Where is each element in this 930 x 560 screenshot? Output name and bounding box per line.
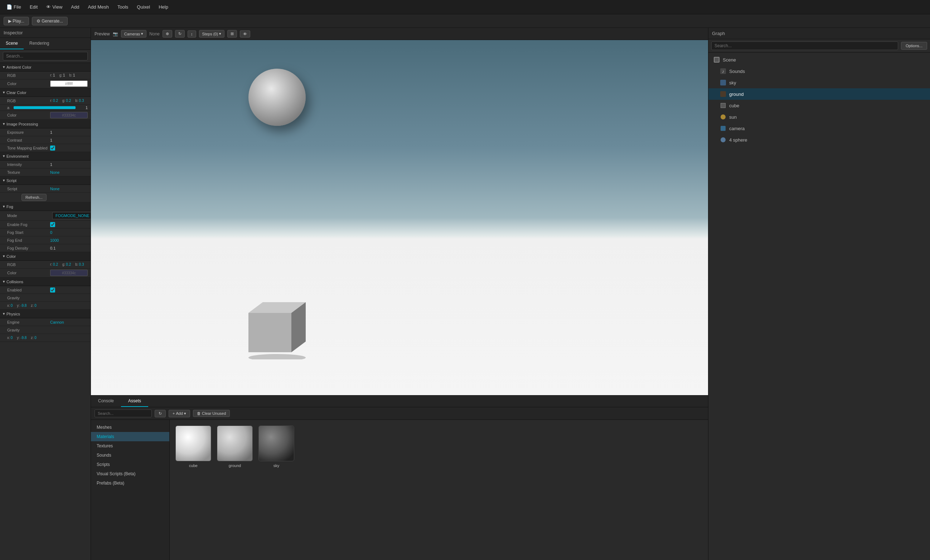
- play-button[interactable]: ▶ Play...: [3, 17, 29, 25]
- collisions-section[interactable]: ▾ Collisions: [0, 278, 91, 286]
- tab-scene[interactable]: Scene: [0, 38, 24, 49]
- tab-console[interactable]: Console: [91, 396, 121, 407]
- fog-section[interactable]: ▾ Fog: [0, 203, 91, 211]
- graph-item-sun[interactable]: sun: [708, 111, 930, 123]
- tab-assets[interactable]: Assets: [121, 396, 148, 407]
- menu-view[interactable]: 👁 View: [43, 3, 66, 11]
- fog-end-row: Fog End 1000: [0, 236, 91, 244]
- menu-quixel[interactable]: Quixel: [133, 3, 154, 11]
- assets-item-materials[interactable]: Materials: [91, 432, 169, 441]
- scene-icon: [713, 57, 720, 63]
- graph-item-camera[interactable]: camera: [708, 123, 930, 134]
- menu-add-mesh[interactable]: Add Mesh: [84, 3, 112, 11]
- ambient-color-swatch[interactable]: #ffffff: [50, 80, 88, 87]
- collisions-gravity-row: Gravity: [0, 294, 91, 302]
- chevron-down-icon: ▾: [3, 311, 5, 316]
- clear-color-swatch[interactable]: #33334c: [50, 112, 88, 118]
- texture-row: Texture None: [0, 169, 91, 176]
- menu-help[interactable]: Help: [155, 3, 172, 11]
- exposure-row: Exposure 1: [0, 128, 91, 136]
- image-processing-section[interactable]: ▾ Image Processing: [0, 120, 91, 128]
- chevron-down-icon: ▾: [219, 31, 221, 36]
- intensity-row: Intensity 1: [0, 161, 91, 169]
- tab-rendering[interactable]: Rendering: [24, 38, 55, 49]
- menu-bar: 📄 File Edit 👁 View Add Add Mesh Tools Qu…: [0, 0, 930, 14]
- graph-options-button[interactable]: Options...: [901, 42, 927, 50]
- graph-panel: Graph Options... Scene ♪ Sounds sky: [708, 28, 930, 560]
- material-card-ground[interactable]: ground: [217, 425, 253, 468]
- generate-button[interactable]: ⚙ Generate...: [32, 17, 68, 25]
- grid-button[interactable]: ⊞: [227, 30, 237, 38]
- sphere-mesh: [248, 69, 306, 126]
- menu-file[interactable]: 📄 File: [3, 3, 25, 11]
- physics-gravity-xyz-row: x:0 y:-9.8 z:0: [0, 334, 91, 342]
- physics-gravity-row: Gravity: [0, 326, 91, 334]
- bottom-tabs: Console Assets: [91, 396, 708, 407]
- refresh-button[interactable]: Refresh...: [22, 194, 46, 201]
- chevron-down-icon: ▾: [3, 204, 5, 209]
- assets-item-visual-scripts[interactable]: Visual Scripts (Beta): [91, 469, 169, 479]
- refresh-assets-button[interactable]: ↻: [155, 410, 166, 417]
- assets-search-container: [94, 410, 152, 417]
- graph-item-sounds[interactable]: ♪ Sounds: [708, 66, 930, 77]
- assets-item-sounds[interactable]: Sounds: [91, 451, 169, 460]
- alpha-slider[interactable]: [14, 106, 75, 109]
- menu-tools[interactable]: Tools: [114, 3, 132, 11]
- graph-item-cube[interactable]: cube: [708, 100, 930, 111]
- inspector-panel: Inspector Scene Rendering ▾ Ambient Colo…: [0, 28, 91, 560]
- eye-icon: 👁: [46, 4, 51, 10]
- tone-mapping-row: Tone Mapping Enabled: [0, 144, 91, 152]
- preview-header: Preview 📷 Cameras ▾ None ⊕ ↻ ↕ Steps (0)…: [91, 28, 708, 40]
- contrast-row: Contrast 1: [0, 136, 91, 144]
- eye-button[interactable]: 👁: [240, 31, 250, 38]
- fog-enable-checkbox[interactable]: [50, 222, 55, 227]
- color-swatch[interactable]: #33334c: [50, 270, 88, 276]
- fog-mode-select[interactable]: FOGMODE_NONE: [52, 212, 91, 219]
- inspector-search-input[interactable]: [3, 52, 88, 60]
- color-rgb-row: RGB r:0.2 g:0.2 b:0.3: [0, 261, 91, 268]
- assets-item-prefabs[interactable]: Prefabs (Beta): [91, 479, 169, 488]
- fog-density-row: Fog Density 0.1: [0, 244, 91, 252]
- physics-section[interactable]: ▾ Physics: [0, 310, 91, 318]
- clear-icon: 🗑: [197, 411, 201, 416]
- graph-item-scene[interactable]: Scene: [708, 54, 930, 66]
- material-card-sky[interactable]: sky: [259, 425, 294, 468]
- environment-section[interactable]: ▾ Environment: [0, 152, 91, 161]
- material-card-cube[interactable]: cube: [176, 425, 211, 468]
- script-section[interactable]: ▾ Script: [0, 176, 91, 185]
- rotate-button[interactable]: ↻: [175, 30, 185, 38]
- add-asset-button[interactable]: + Add ▾: [169, 410, 190, 417]
- sounds-icon: ♪: [720, 68, 726, 74]
- chevron-down-icon: ▾: [141, 31, 143, 36]
- graph-search-input[interactable]: [711, 41, 898, 50]
- ambient-color-section[interactable]: ▾ Ambient Color: [0, 63, 91, 72]
- graph-item-sphere[interactable]: 4 sphere: [708, 134, 930, 146]
- color-section[interactable]: ▾ Color: [0, 252, 91, 261]
- graph-search-container: Options...: [708, 39, 930, 52]
- fog-start-row: Fog Start 0: [0, 229, 91, 236]
- scale-button[interactable]: ↕: [188, 31, 196, 38]
- tone-mapping-checkbox[interactable]: [50, 146, 55, 150]
- clear-unused-button[interactable]: 🗑 Clear Unused: [193, 410, 230, 417]
- clear-color-section[interactable]: ▾ Clear Color: [0, 88, 91, 97]
- preview-viewport[interactable]: [91, 40, 708, 395]
- transform-button[interactable]: ⊕: [163, 30, 172, 38]
- steps-button[interactable]: Steps (0) ▾: [199, 30, 225, 38]
- cameras-button[interactable]: Cameras ▾: [121, 30, 147, 38]
- graph-item-sky[interactable]: sky: [708, 77, 930, 88]
- menu-edit[interactable]: Edit: [26, 3, 41, 11]
- assets-item-textures[interactable]: Textures: [91, 441, 169, 451]
- assets-item-scripts[interactable]: Scripts: [91, 460, 169, 469]
- clear-rgb-row: RGB r:0.2 g:0.2 b:0.3: [0, 97, 91, 105]
- assets-content: cube ground sky: [170, 420, 708, 560]
- collisions-enabled-checkbox[interactable]: [50, 287, 55, 293]
- physics-engine-row: Engine Cannon: [0, 318, 91, 326]
- secondary-toolbar: ▶ Play... ⚙ Generate...: [0, 14, 930, 28]
- menu-add[interactable]: Add: [67, 3, 83, 11]
- graph-item-ground[interactable]: ground: [708, 88, 930, 100]
- assets-search-input[interactable]: [94, 410, 152, 417]
- fog-mode-row: Mode FOGMODE_NONE: [0, 211, 91, 221]
- assets-item-meshes[interactable]: Meshes: [91, 423, 169, 432]
- collisions-gravity-xyz-row: x:0 y:-9.8 z:0: [0, 302, 91, 310]
- sky-icon: [720, 80, 726, 86]
